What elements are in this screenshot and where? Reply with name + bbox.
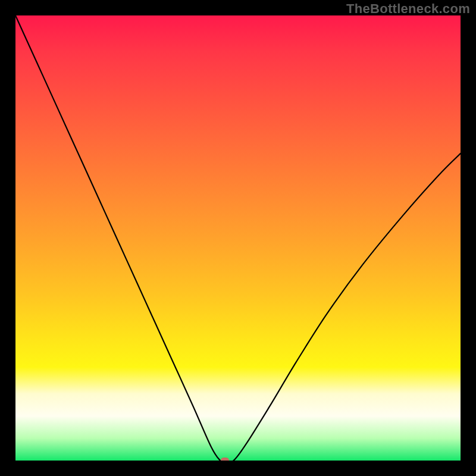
plot-area — [15, 15, 461, 461]
curve-path — [15, 15, 461, 461]
optimal-marker — [221, 458, 229, 461]
watermark-text: TheBottleneck.com — [346, 1, 470, 17]
bottleneck-curve — [15, 15, 461, 461]
chart-frame: TheBottleneck.com — [0, 0, 476, 476]
